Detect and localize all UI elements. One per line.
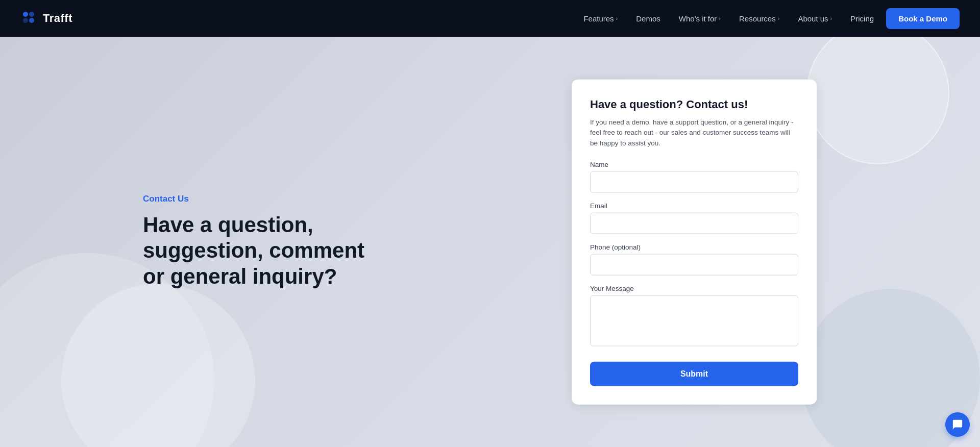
nav-item-whos-it-for[interactable]: Who's it for › (679, 14, 721, 23)
chevron-icon: › (830, 15, 832, 21)
contact-form-card: Have a question? Contact us! If you need… (572, 80, 817, 405)
email-label: Email (590, 202, 798, 209)
chevron-icon: › (616, 15, 618, 21)
svg-point-3 (29, 18, 34, 23)
nav-item-resources[interactable]: Resources › (739, 14, 779, 23)
message-field-group: Your Message (590, 284, 798, 348)
form-description: If you need a demo, have a support quest… (590, 117, 798, 148)
decorative-blob-top-right (806, 37, 949, 164)
nav-label-features: Features (583, 14, 614, 23)
nav-links: Features › Demos Who's it for › Resource… (583, 14, 874, 23)
svg-point-1 (29, 12, 34, 17)
name-input[interactable] (590, 171, 798, 192)
phone-label: Phone (optional) (590, 243, 798, 251)
main-area: Contact Us Have a question, suggestion, … (0, 37, 980, 447)
nav-label-about-us: About us (798, 14, 828, 23)
nav-item-features[interactable]: Features › (583, 14, 618, 23)
name-field-group: Name (590, 160, 798, 192)
nav-label-demos: Demos (636, 14, 660, 23)
main-heading: Have a question, suggestion, comment or … (143, 212, 388, 289)
nav-item-pricing[interactable]: Pricing (850, 14, 874, 23)
nav-label-resources: Resources (739, 14, 776, 23)
left-content: Contact Us Have a question, suggestion, … (143, 194, 388, 289)
logo[interactable]: Trafft (20, 9, 72, 28)
chevron-icon: › (778, 15, 780, 21)
svg-point-0 (23, 12, 28, 17)
book-demo-button[interactable]: Book a Demo (886, 8, 960, 29)
form-title: Have a question? Contact us! (590, 98, 798, 111)
email-input[interactable] (590, 212, 798, 234)
submit-button[interactable]: Submit (590, 361, 798, 386)
nav-label-pricing: Pricing (850, 14, 874, 23)
logo-icon (20, 9, 39, 28)
nav-item-demos[interactable]: Demos (636, 14, 660, 23)
navbar: Trafft Features › Demos Who's it for › R… (0, 0, 980, 37)
phone-input[interactable] (590, 254, 798, 275)
chevron-icon: › (719, 15, 721, 21)
nav-item-about-us[interactable]: About us › (798, 14, 832, 23)
message-label: Your Message (590, 284, 798, 292)
nav-label-whos-it-for: Who's it for (679, 14, 717, 23)
name-label: Name (590, 160, 798, 168)
chat-bubble-button[interactable] (945, 412, 970, 437)
email-field-group: Email (590, 202, 798, 234)
chat-icon (952, 419, 963, 430)
message-textarea[interactable] (590, 295, 798, 346)
contact-label: Contact Us (143, 194, 388, 204)
phone-field-group: Phone (optional) (590, 243, 798, 275)
svg-point-2 (23, 18, 28, 23)
logo-text: Trafft (43, 12, 72, 25)
